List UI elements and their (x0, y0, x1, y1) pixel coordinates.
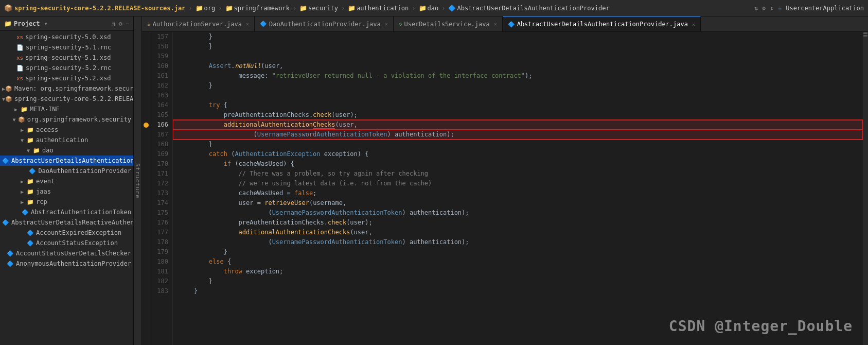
breakpoint-column (142, 32, 150, 345)
code-line-172: // we're using latest data (i.e. not fro… (173, 179, 863, 188)
code-line-178: (UsernamePasswordAuthenticationToken) au… (173, 237, 863, 247)
code-line-180: else { (173, 257, 863, 267)
tab-authorization-server[interactable]: ☕ AuthorizationServer.java ✕ (142, 16, 255, 31)
bp-170 (142, 159, 150, 169)
bp-174 (142, 198, 150, 208)
title-bar: 📦 spring-security-core-5.2.2.RELEASE-sou… (0, 0, 868, 16)
bp-173 (142, 188, 150, 198)
scroll-indicator[interactable] (863, 32, 868, 345)
tree-item-dao[interactable]: ▼ 📁 dao (0, 145, 133, 156)
tree-item-jaas[interactable]: ▶ 📁 jaas (0, 186, 133, 197)
code-line-174: user = retrieveUser(username, (173, 198, 863, 208)
tree-item-rnc52[interactable]: 📄 spring-security-5.2.rnc (0, 63, 133, 73)
ln-163: 163 (150, 91, 168, 100)
tree-item-abstract-udram[interactable]: 🔷 AbstractUserDetailsReactiveAuthenticat… (0, 217, 133, 228)
tab-user-details-service[interactable]: ◇ UserDetailsService.java ✕ (394, 16, 503, 31)
code-line-163 (173, 91, 863, 100)
tab-close-uds[interactable]: ✕ (494, 21, 497, 27)
ln-179: 179 (150, 247, 168, 257)
code-content[interactable]: } } Assert.notNull(user, message: "retr (173, 32, 863, 345)
gear-icon[interactable]: ⚙ (119, 20, 122, 27)
code-line-159 (173, 51, 863, 61)
code-line-160: Assert.notNull(user, (173, 61, 863, 71)
ln-161: 161 (150, 71, 168, 81)
ln-162: 162 (150, 81, 168, 91)
tree-item-org-spring-security[interactable]: ▼ 📦 org.springframework.security (0, 114, 133, 125)
equalize-icon[interactable]: ⇅ (112, 20, 115, 27)
scroll-marker-2 (863, 35, 867, 37)
code-line-177: additionalAuthenticationChecks(user, (173, 228, 863, 237)
tree-item-maven[interactable]: ▶ 📦 Maven: org.springframework.security:… (0, 83, 133, 94)
tree-item-anonymous-auth-provider[interactable]: 🔷 AnonymousAuthenticationProvider (0, 258, 133, 269)
bp-179 (142, 247, 150, 257)
breadcrumb-class: 🔷 AbstractUserDetailsAuthenticationProvi… (448, 5, 609, 12)
ln-167: 167 (150, 130, 168, 140)
code-editor[interactable]: 157 158 159 160 161 162 163 164 165 166 … (142, 32, 868, 345)
tab-abstract-udap[interactable]: 🔷 AbstractUserDetailsAuthenticationProvi… (503, 16, 701, 31)
code-line-164: try { (173, 100, 863, 110)
tab-close-auth-server[interactable]: ✕ (246, 21, 249, 27)
bp-160 (142, 61, 150, 71)
code-line-175: (UsernamePasswordAuthenticationToken) au… (173, 208, 863, 218)
tree-item-event[interactable]: ▶ 📁 event (0, 176, 133, 186)
tab-bar: ☕ AuthorizationServer.java ✕ 🔷 DaoAuthen… (142, 16, 868, 32)
tree-item-xsd52[interactable]: xs spring-security-5.2.xsd (0, 73, 133, 83)
bp-175 (142, 208, 150, 218)
tree-item-access[interactable]: ▶ 📁 access (0, 125, 133, 135)
bp-180 (142, 257, 150, 267)
bp-158 (142, 42, 150, 51)
sidebar-tree[interactable]: xs spring-security-5.0.xsd 📄 spring-secu… (0, 31, 133, 345)
code-line-158: } (173, 42, 863, 51)
tab-dao-auth-provider[interactable]: 🔷 DaoAuthenticationProvider.java ✕ (255, 16, 394, 31)
code-line-166: additionalAuthenticationChecks(user, (173, 120, 863, 130)
ln-177: 177 (150, 228, 168, 237)
tree-item-abstract-udap[interactable]: 🔷 AbstractUserDetailsAuthenticationProvi… (0, 156, 133, 166)
tree-item-jar-root[interactable]: ▼ 📦 spring-security-core-5.2.2.RELEASE.j… (0, 94, 133, 104)
ln-178: 178 (150, 237, 168, 247)
bp-163 (142, 91, 150, 100)
ln-183: 183 (150, 286, 168, 296)
code-line-157: } (173, 32, 863, 42)
code-line-170: if (cacheWasUsed) { (173, 159, 863, 169)
minus-icon[interactable]: − (126, 20, 129, 27)
settings-icon: ⚙ (762, 5, 766, 12)
bp-178 (142, 237, 150, 247)
sidebar: 📁 Project ▾ ⇅ ⚙ − xs spring-security-5.0… (0, 16, 134, 345)
tree-item-rcp[interactable]: ▶ 📁 rcp (0, 197, 133, 207)
editor-area: ☕ AuthorizationServer.java ✕ 🔷 DaoAuthen… (142, 16, 868, 345)
app-title: UsercenterApplication (786, 5, 864, 12)
bp-177 (142, 228, 150, 237)
bp-166 (142, 120, 150, 130)
bp-181 (142, 267, 150, 277)
ln-172: 172 (150, 179, 168, 188)
tab-close-dao[interactable]: ✕ (385, 21, 388, 27)
breadcrumb-sep4: › (341, 5, 345, 12)
ln-176: 176 (150, 218, 168, 228)
breadcrumb-authentication: 📁 authentication (348, 5, 409, 12)
tree-item-account-status-checker[interactable]: 🔷 AccountStatusUserDetailsChecker (0, 248, 133, 258)
jar-icon: 📦 (4, 4, 12, 12)
ln-169: 169 (150, 149, 168, 159)
tree-item-account-status[interactable]: 🔷 AccountStatusException (0, 238, 133, 248)
tree-item-dao-auth-provider[interactable]: 🔷 DaoAuthenticationProvider (0, 166, 133, 176)
tree-item-abstract-auth-token[interactable]: 🔷 AbstractAuthenticationToken (0, 207, 133, 217)
bp-176 (142, 218, 150, 228)
tree-item-xsd50[interactable]: xs spring-security-5.0.xsd (0, 32, 133, 42)
code-line-179: } (173, 247, 863, 257)
tab-close-abstract[interactable]: ✕ (692, 22, 695, 27)
sidebar-dropdown-icon[interactable]: ▾ (44, 20, 48, 27)
ln-181: 181 (150, 267, 168, 277)
code-line-165: preAuthenticationChecks.check(user); (173, 110, 863, 120)
tree-item-account-expired[interactable]: 🔷 AccountExpiredException (0, 228, 133, 238)
tree-item-rnc51[interactable]: 📄 spring-security-5.1.rnc (0, 42, 133, 53)
bp-183 (142, 286, 150, 296)
tree-item-meta-inf[interactable]: ▶ 📁 META-INF (0, 104, 133, 114)
bp-171 (142, 169, 150, 179)
tree-item-xsd51[interactable]: xs spring-security-5.1.xsd (0, 53, 133, 63)
sidebar-header: 📁 Project ▾ ⇅ ⚙ − (0, 16, 133, 31)
bp-169 (142, 149, 150, 159)
ln-171: 171 (150, 169, 168, 179)
breadcrumb-sep2: › (218, 5, 222, 12)
tree-item-authentication[interactable]: ▼ 📁 authentication (0, 135, 133, 145)
code-line-182: } (173, 277, 863, 286)
